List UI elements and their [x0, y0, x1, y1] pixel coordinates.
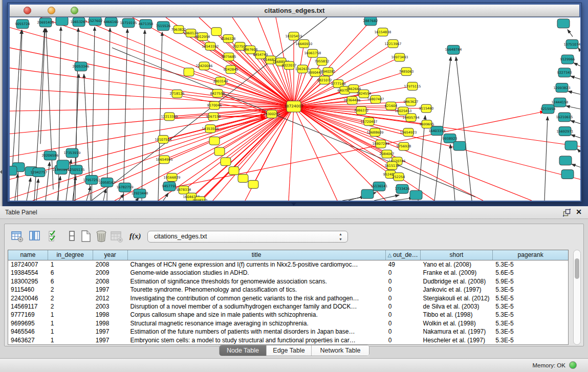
graph-node[interactable]: 9115460	[419, 104, 434, 113]
desktop-resize-arrow-icon[interactable]	[291, 203, 296, 206]
graph-node[interactable]	[211, 28, 222, 36]
row-height-icon[interactable]	[66, 230, 79, 243]
graph-node[interactable]: 10688609	[366, 128, 383, 137]
graph-node[interactable]: 12093823	[553, 83, 570, 93]
graph-node[interactable]: 3824554	[357, 90, 372, 98]
graph-node[interactable]	[557, 19, 570, 28]
graph-node[interactable]: 8215958	[541, 104, 556, 114]
graph-node[interactable]	[184, 68, 194, 76]
graph-node[interactable]: 10654985	[156, 156, 172, 164]
graph-node[interactable]: 20206586	[41, 151, 58, 160]
graph-node[interactable]: 9756928	[397, 142, 411, 150]
graph-node[interactable]: 9055724	[15, 19, 30, 29]
graph-node[interactable]: 15692971	[556, 127, 573, 136]
graph-node[interactable]: 10653267	[70, 17, 87, 27]
column-header-pagerank[interactable]: pagerank	[493, 250, 568, 260]
graph-node[interactable]	[10, 166, 17, 176]
show-columns-icon[interactable]	[29, 230, 42, 243]
table-selector-dropdown[interactable]: citations_edges.txt ▲▼	[147, 231, 348, 243]
delete-icon[interactable]	[95, 230, 108, 243]
graph-node[interactable]: 7955812	[315, 57, 330, 65]
graph-node[interactable]: 12942757	[30, 168, 47, 177]
close-panel-icon[interactable]: ✕	[576, 208, 582, 216]
collapse-left-arrow-icon[interactable]	[0, 170, 2, 174]
table-row[interactable]: 2242004622012Investigating the contribut…	[8, 294, 568, 302]
graph-node[interactable]: 7515526	[156, 21, 171, 31]
graph-node[interactable]: 9227343	[557, 68, 572, 77]
graph-node[interactable]	[56, 17, 68, 26]
graph-node[interactable]: 20691406	[37, 18, 54, 27]
scrollbar-thumb[interactable]	[575, 258, 579, 279]
column-header-in_degree[interactable]: in_degree	[48, 250, 93, 260]
graph-node[interactable]: 7485063	[399, 68, 414, 76]
graph-node[interactable]	[561, 170, 574, 179]
graph-node[interactable]: 6466160	[104, 17, 119, 27]
network-window[interactable]: citations_edges.txt 90557242069140610653…	[7, 3, 582, 202]
graph-node[interactable]	[361, 189, 374, 199]
graph-node[interactable]: 9242845	[224, 65, 238, 74]
table-row[interactable]: 946554611997Estimation of the future num…	[8, 327, 568, 336]
table-row[interactable]: 969969511998Structural magnetic resonanc…	[8, 319, 568, 327]
graph-node[interactable]: 9463627	[404, 98, 419, 106]
graph-node[interactable]: 9457791	[162, 182, 177, 191]
graph-node[interactable]: 16154838	[374, 28, 391, 36]
graph-node[interactable]: 9821072	[317, 76, 332, 84]
graph-node[interactable]: 16640910	[295, 40, 312, 48]
graph-node[interactable]: 7986372	[354, 106, 369, 115]
column-checklist-icon[interactable]	[48, 230, 61, 243]
column-header-year[interactable]: year	[93, 250, 128, 260]
graph-node[interactable]: 10807487	[367, 95, 384, 103]
graph-node[interactable]: 8186328	[221, 35, 236, 43]
graph-node[interactable]: 5875685	[222, 53, 236, 61]
table-settings-icon[interactable]	[11, 230, 24, 243]
table-row[interactable]: 977716911998Corpus callosum shape and si…	[8, 311, 568, 319]
graph-node[interactable]	[209, 137, 220, 145]
graph-node[interactable]: 9267150	[206, 113, 221, 121]
graph-node[interactable]: 16961758	[304, 49, 321, 57]
table-row[interactable]: 1456911722003Disruption of a novel membe…	[8, 302, 568, 311]
tab-node-table[interactable]: Node Table	[220, 345, 267, 356]
table-row[interactable]: 1830029562008Estimation of significance …	[8, 277, 568, 286]
graph-node[interactable]: 16782759	[116, 183, 133, 192]
graph-node[interactable]: 9129966	[560, 55, 575, 64]
graph-node[interactable]: 16648784	[445, 45, 462, 54]
graph-node[interactable]: 19654923	[400, 128, 417, 137]
graph-node[interactable]: 12213967	[384, 40, 401, 48]
graph-node[interactable]: 12505135	[68, 165, 84, 174]
graph-node[interactable]: 2887682	[363, 17, 378, 26]
graph-node[interactable]	[238, 174, 248, 183]
graph-node[interactable]: 16210615	[556, 113, 573, 122]
graph-node[interactable]: 2803144	[213, 77, 228, 85]
graph-node[interactable]	[221, 158, 231, 166]
graph-node[interactable]: 16403354	[428, 126, 445, 136]
graph-node[interactable]: 18543392	[202, 42, 219, 50]
new-file-icon[interactable]	[79, 230, 93, 243]
table-row[interactable]: 911546021997Tourette syndrome. Phenomeno…	[8, 286, 568, 294]
graph-node[interactable]: 12923448	[131, 189, 148, 198]
graph-node[interactable]: 20053346	[72, 62, 89, 71]
graph-node[interactable]	[248, 180, 258, 188]
graph-node[interactable]: 10958167	[98, 178, 115, 187]
graph-node[interactable]: 17975115	[404, 82, 421, 91]
graph-node[interactable]: 1527602	[88, 17, 103, 26]
graph-node[interactable]: 252254	[393, 173, 405, 181]
graph-node[interactable]	[229, 167, 239, 175]
graph-node[interactable]: 15136141	[371, 182, 387, 191]
graph-node[interactable]: 2718126	[170, 90, 185, 98]
network-canvas[interactable]: 9055724206914061065326715276026466160107…	[10, 17, 580, 201]
graph-node[interactable]	[214, 147, 225, 156]
column-header-out_de[interactable]: △out_de…	[386, 250, 421, 260]
graph-node[interactable]: 8322037	[282, 61, 297, 70]
column-header-name[interactable]: name	[8, 250, 48, 260]
table-vertical-scrollbar[interactable]	[573, 250, 581, 345]
graph-node[interactable]	[559, 156, 572, 165]
graph-node[interactable]	[57, 160, 69, 169]
graph-node[interactable]	[565, 141, 577, 150]
float-panel-icon[interactable]	[563, 209, 571, 218]
table-row[interactable]: 1938455462009Genome-wide association stu…	[8, 269, 568, 277]
graph-node[interactable]	[453, 141, 466, 150]
graph-node[interactable]: 19166829	[163, 173, 180, 182]
graph-node[interactable]: 17957253	[83, 176, 100, 185]
column-header-title[interactable]: title	[128, 250, 386, 260]
graph-node[interactable]: 9170046	[207, 101, 222, 110]
